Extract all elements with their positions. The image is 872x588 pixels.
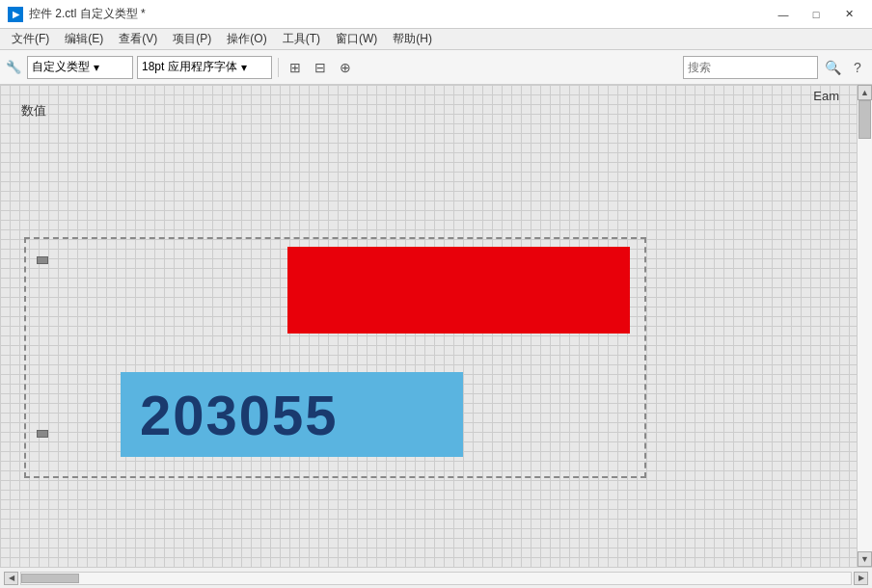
toolbar-btn-2[interactable]: ⊟ — [310, 57, 331, 78]
menu-bar: 文件(F) 编辑(E) 查看(V) 项目(P) 操作(O) 工具(T) 窗口(W… — [0, 29, 872, 50]
scroll-handle-bottom[interactable] — [37, 430, 48, 438]
menu-window[interactable]: 窗口(W) — [328, 29, 385, 49]
window-title: 控件 2.ctl 自定义类型 * — [29, 6, 146, 22]
title-bar: ▶ 控件 2.ctl 自定义类型 * — □ ✕ — [0, 0, 872, 29]
canvas-area[interactable]: 数值 203055 Eam — [0, 85, 857, 567]
help-icon[interactable]: ? — [847, 57, 868, 78]
toolbar: 🔧 自定义类型 ▾ 18pt 应用程序字体 ▾ ⊞ ⊟ ⊕ 🔍 ? — [0, 50, 872, 85]
eam-label: Eam — [813, 89, 839, 103]
menu-project[interactable]: 项目(P) — [165, 29, 219, 49]
toolbar-btn-3[interactable]: ⊕ — [335, 57, 356, 78]
menu-help[interactable]: 帮助(H) — [385, 29, 440, 49]
blue-rectangle: 203055 — [121, 372, 463, 457]
toolbar-separator-1 — [278, 58, 279, 77]
type-dropdown-arrow: ▾ — [94, 61, 99, 74]
red-rectangle — [287, 247, 630, 334]
menu-file[interactable]: 文件(F) — [4, 29, 57, 49]
scroll-track-vertical[interactable] — [858, 100, 872, 551]
wrench-icon[interactable]: 🔧 — [4, 58, 23, 77]
right-scrollbar: ▲ ▼ — [857, 85, 872, 567]
scroll-thumb-vertical[interactable] — [858, 100, 871, 139]
type-dropdown[interactable]: 自定义类型 ▾ — [27, 56, 133, 79]
close-button[interactable]: ✕ — [833, 5, 864, 24]
minimize-button[interactable]: — — [768, 5, 799, 24]
font-dropdown-value: 18pt 应用程序字体 — [142, 59, 237, 75]
toolbar-right: 🔍 ? — [683, 56, 868, 79]
canvas-label-shuzhi: 数值 — [21, 102, 46, 120]
scroll-handle-top[interactable] — [37, 256, 48, 264]
menu-tools[interactable]: 工具(T) — [275, 29, 328, 49]
toolbar-btn-1[interactable]: ⊞ — [285, 57, 306, 78]
scroll-thumb-horizontal[interactable] — [21, 574, 79, 583]
maximize-button[interactable]: □ — [801, 5, 831, 24]
window-controls: — □ ✕ — [768, 5, 864, 24]
bottom-bar: ◀ ▶ — [0, 567, 872, 588]
title-bar-left: ▶ 控件 2.ctl 自定义类型 * — [8, 6, 146, 22]
search-input[interactable] — [683, 56, 818, 79]
scroll-right-button[interactable]: ▶ — [854, 572, 868, 585]
bottom-scrollbar[interactable] — [20, 572, 852, 585]
main-area: 数值 203055 Eam ▲ ▼ — [0, 85, 872, 567]
app-icon: ▶ — [8, 7, 23, 22]
canvas-number: 203055 — [140, 383, 339, 447]
scroll-up-button[interactable]: ▲ — [858, 85, 872, 100]
scroll-down-button[interactable]: ▼ — [858, 551, 872, 567]
menu-view[interactable]: 查看(V) — [111, 29, 165, 49]
type-dropdown-value: 自定义类型 — [32, 59, 90, 75]
menu-operate[interactable]: 操作(O) — [219, 29, 274, 49]
font-dropdown-arrow: ▾ — [241, 61, 247, 74]
font-dropdown[interactable]: 18pt 应用程序字体 ▾ — [137, 56, 272, 79]
search-icon[interactable]: 🔍 — [822, 57, 843, 78]
scroll-left-button[interactable]: ◀ — [4, 572, 18, 585]
menu-edit[interactable]: 编辑(E) — [57, 29, 111, 49]
